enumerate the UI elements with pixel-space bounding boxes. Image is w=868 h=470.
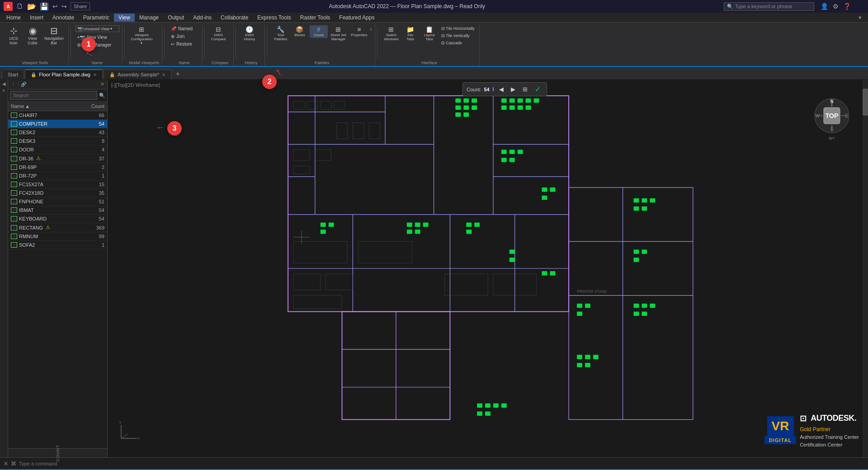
quick-access-new[interactable]: 🗋: [16, 2, 24, 10]
view-cube-button[interactable]: ◉ ViewCube: [24, 25, 42, 46]
menu-view[interactable]: View: [114, 14, 135, 22]
cascade-button[interactable]: ⊟ Cascade: [439, 40, 476, 46]
count-row-chair7[interactable]: □ CHAIR7 66: [8, 111, 107, 120]
keyword-search[interactable]: 🔍 Type a keyword or phrase: [724, 2, 814, 11]
zoom-display: W<: [814, 136, 850, 141]
menu-featured[interactable]: Featured Apps: [335, 14, 379, 22]
svg-rect-50: [423, 222, 429, 227]
history-label: DWGHistory: [244, 33, 255, 41]
viewport-config-button[interactable]: ⊞ ViewportConfiguration ▾: [129, 25, 155, 46]
scrollbar-thumb[interactable]: [863, 89, 868, 116]
panel-icon: 🔗: [21, 82, 26, 87]
navigation-bar-button[interactable]: ⊟ NavigationBar: [42, 25, 66, 46]
count-row-dr69p[interactable]: □ DR-69P 2: [8, 163, 107, 172]
menu-collaborate[interactable]: Collaborate: [216, 14, 253, 22]
panel-drag-handle[interactable]: ⋮⋮: [11, 81, 21, 87]
menu-raster[interactable]: Raster Tools: [296, 14, 335, 22]
named-button[interactable]: 📌 Named: [169, 25, 194, 32]
count-row-desk3[interactable]: □ DESK3 8: [8, 137, 107, 146]
quick-access-open[interactable]: 📂: [27, 2, 36, 11]
viewport-scrollbar[interactable]: [863, 80, 868, 457]
tab-assembly[interactable]: 🔒 Assembly Sample* ✕: [104, 70, 171, 79]
sep5: [236, 26, 236, 58]
switch-windows-button[interactable]: ⊞ SwitchWindows: [382, 25, 400, 42]
quick-access-undo[interactable]: ↩: [52, 3, 58, 10]
app-icon[interactable]: A: [4, 2, 13, 11]
col-name-header[interactable]: Name ▲: [11, 103, 86, 109]
dwg-compare-button[interactable]: ⊟ DWGCompare: [209, 25, 228, 42]
menu-insert[interactable]: Insert: [25, 14, 48, 22]
prev-btn[interactable]: ◀: [497, 85, 506, 94]
ribbon-group-palettes: 🔧 ToolPalettes 📦 Blocks # Count ⊞ Sheet …: [269, 24, 375, 66]
tile-h-button[interactable]: ⊟ Tile Horizontally: [439, 25, 476, 32]
unsaved-view-dropdown[interactable]: 📷 Unsaved View ▾: [75, 25, 119, 32]
new-tab-button[interactable]: +: [172, 68, 183, 79]
count-row-desk2[interactable]: □ DESK2 43: [8, 128, 107, 137]
menu-manage[interactable]: Manage: [135, 14, 163, 22]
count-row-rmnum[interactable]: ◇ RMNUM 99: [8, 232, 107, 241]
tab-start[interactable]: Start: [2, 70, 24, 79]
menu-express[interactable]: Express Tools: [253, 14, 295, 22]
count-button[interactable]: # Count: [310, 25, 328, 38]
confirm-btn[interactable]: ✓: [533, 84, 543, 94]
count-row-door[interactable]: □ DOOR 4: [8, 146, 107, 154]
count-row-ibmat[interactable]: □ IBMAT 54: [8, 206, 107, 215]
join-button[interactable]: ⊕ Join: [169, 33, 186, 40]
menu-home[interactable]: Home: [2, 14, 25, 22]
next-btn[interactable]: ▶: [509, 85, 518, 94]
count-panel-footer: COUNT: [8, 448, 107, 457]
layout-tabs-button[interactable]: 📋 LayoutTabs: [420, 25, 439, 42]
count-row-computer[interactable]: □ COMPUTER 54: [8, 120, 107, 128]
viewport-config-icon: ⊞: [139, 26, 144, 33]
menu-output[interactable]: Output: [163, 14, 189, 22]
sidebar-collapse-btn[interactable]: ≡: [3, 88, 5, 93]
command-input[interactable]: [19, 461, 864, 466]
cmd-x-btn[interactable]: ✕: [4, 461, 8, 467]
count-row-sofa2[interactable]: □ SOFA2 1: [8, 241, 107, 249]
row-count: 4: [86, 147, 104, 152]
file-tabs-button[interactable]: 📁 FileTabs: [401, 25, 420, 42]
count-row-rectang[interactable]: □ RECTANG ⚠ 369: [8, 223, 107, 232]
quick-access-share[interactable]: Share: [71, 2, 90, 10]
quick-access-save[interactable]: 💾: [40, 2, 49, 11]
count-search-input[interactable]: [10, 91, 97, 100]
quick-access-redo[interactable]: ↪: [61, 3, 67, 10]
menu-addins[interactable]: Add-ins: [189, 14, 216, 22]
sidebar-top-btn[interactable]: ◀: [2, 81, 6, 86]
count-row-dr36[interactable]: □ DR-36 ⚠ 37: [8, 154, 107, 163]
viewport[interactable]: [-][Top][2D Wireframe] Count: 54 ℹ ◀ ▶ ⊞…: [108, 80, 868, 457]
count-row-fc42x18d[interactable]: □ FC42X18D 35: [8, 189, 107, 197]
tool-palettes-button[interactable]: 🔧 ToolPalettes: [272, 25, 290, 42]
tab-floor-plan[interactable]: 🔒 Floor Plan Sample.dwg ✕: [25, 69, 103, 79]
row-count: 54: [86, 216, 104, 221]
grid-btn[interactable]: ⊞: [520, 85, 530, 94]
help-icon[interactable]: ❓: [843, 3, 851, 10]
blocks-button[interactable]: 📦 Blocks: [291, 25, 309, 38]
count-row-fc15x27a[interactable]: □ FC15X27A 15: [8, 180, 107, 189]
dwg-history-button[interactable]: 🕐 DWGHistory: [241, 25, 259, 42]
ribbon-toggle[interactable]: ▼: [858, 15, 863, 20]
user-icon[interactable]: 👤: [821, 3, 828, 10]
count-row-dr72p[interactable]: □ DR-72P 1: [8, 172, 107, 180]
panel-close-btn[interactable]: ✕: [100, 81, 104, 87]
interface-buttons: ⊞ SwitchWindows 📁 FileTabs 📋 LayoutTabs …: [382, 25, 476, 60]
tile-v-button[interactable]: ⊟ Tile Vertically: [439, 33, 476, 39]
menu-parametric[interactable]: Parametric: [79, 14, 114, 22]
properties-button[interactable]: ≡ Properties: [349, 25, 369, 38]
nav-icon: ⊟: [50, 26, 58, 35]
tab-floor-close[interactable]: ✕: [93, 72, 97, 77]
svg-rect-40: [518, 150, 523, 154]
menu-annotate[interactable]: Annotate: [48, 14, 79, 22]
restore-button[interactable]: ↩ Restore: [169, 41, 194, 47]
block-icon: □: [11, 121, 17, 127]
palettes-more[interactable]: ›: [370, 25, 373, 33]
count-panel-toolbar: 🔍: [8, 89, 107, 102]
settings-icon[interactable]: ⚙: [833, 3, 839, 10]
ucs-icon-button[interactable]: ⊹ UCSIcon: [5, 25, 23, 46]
tab-assembly-close[interactable]: ✕: [162, 72, 165, 77]
count-row-fnphone[interactable]: □ FNPHONE 51: [8, 197, 107, 206]
sheet-set-button[interactable]: ⊞ Sheet SetManager: [329, 25, 348, 42]
floor-plan-svg[interactable]: PRINTER STAND: [108, 80, 868, 457]
count-row-keyboard[interactable]: □ KEYBOARD 54: [8, 215, 107, 223]
svg-rect-34: [501, 105, 507, 110]
